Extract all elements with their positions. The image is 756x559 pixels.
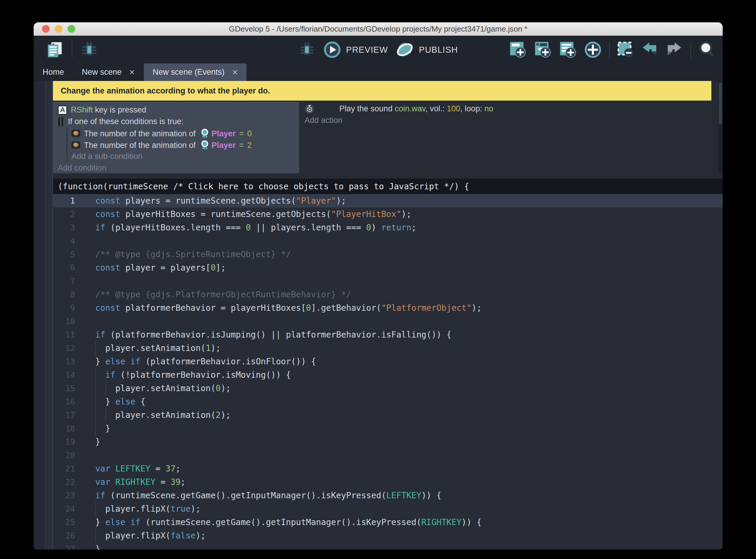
code-text: player.setAnimation(0); — [86, 383, 231, 393]
object-name: Player — [212, 141, 236, 150]
code-text: if (runtimeScene.getGame().getInputManag… — [86, 491, 441, 500]
code-text: if (platformerBehavior.isJumping() || pl… — [86, 330, 452, 340]
code-line-20[interactable]: 20 — [53, 449, 723, 462]
indent-guide — [95, 502, 96, 516]
code-line-11[interactable]: 11if (platformerBehavior.isJumping() || … — [53, 328, 723, 341]
code-line-17[interactable]: 17 player.setAnimation(2); — [53, 408, 723, 422]
remove-event-button[interactable] — [617, 41, 635, 59]
object-name: Player — [212, 129, 236, 138]
code-line-22[interactable]: 22var RIGHTKEY = 39; — [53, 475, 723, 489]
code-line-26[interactable]: 26 player.flipX(false); — [53, 529, 723, 542]
tab-close-icon[interactable]: × — [130, 68, 135, 77]
add-condition-button[interactable]: Add condition — [58, 162, 299, 174]
code-line-15[interactable]: 15 player.setAnimation(0); — [53, 382, 723, 395]
line-number: 2 — [53, 209, 86, 219]
indent-guide — [95, 529, 96, 542]
code-line-27[interactable]: 27} — [53, 542, 723, 550]
code-line-5[interactable]: 5/** @type {gdjs.SpriteRuntimeObject} */ — [53, 248, 723, 261]
line-number: 1 — [53, 196, 86, 205]
tab-new-scene[interactable]: New scene × — [73, 63, 144, 81]
add-subevent-button[interactable] — [534, 41, 552, 59]
code-text: if (!platformerBehavior.isMoving()) { — [86, 370, 291, 380]
toolbar-divider — [72, 42, 72, 58]
js-code-editor[interactable]: 1const players = runtimeScene.getObjects… — [53, 194, 723, 550]
add-event-button[interactable] — [509, 41, 527, 59]
redo-button[interactable] — [666, 41, 683, 58]
publish-button[interactable]: PUBLISH — [396, 41, 458, 58]
code-line-16[interactable]: 16 } else { — [53, 395, 723, 408]
code-line-6[interactable]: 6const player = players[0]; — [53, 261, 723, 274]
code-line-1[interactable]: 1const players = runtimeScene.getObjects… — [53, 194, 723, 207]
line-number: 15 — [53, 384, 86, 393]
code-line-25[interactable]: 25} else if (runtimeScene.getGame().getI… — [53, 516, 723, 529]
code-line-23[interactable]: 23if (runtimeScene.getGame().getInputMan… — [53, 489, 723, 502]
add-sub-condition-button[interactable]: Add a sub-condition — [71, 151, 299, 162]
line-number: 21 — [53, 464, 86, 473]
tab-new-scene-events[interactable]: New scene (Events) × — [144, 63, 247, 81]
code-line-10[interactable]: 10 — [53, 315, 723, 328]
add-comment-button[interactable] — [559, 41, 577, 59]
indent-guide — [95, 341, 96, 355]
condition-or[interactable]: If one of these conditions is true: — [58, 116, 299, 127]
code-line-14[interactable]: 14 if (!platformerBehavior.isMoving()) { — [53, 368, 723, 382]
code-text: } — [86, 544, 100, 550]
search-button[interactable] — [698, 41, 716, 59]
line-number: 23 — [53, 491, 86, 500]
code-line-8[interactable]: 8/** @type {gdjs.PlatformerObjectRuntime… — [53, 288, 723, 301]
events-sheet: Change the animation according to what t… — [33, 81, 723, 550]
tab-home[interactable]: Home — [33, 63, 73, 81]
window-title: GDevelop 5 - /Users/florian/Documents/GD… — [33, 24, 723, 33]
comment-event[interactable]: Change the animation according to what t… — [53, 81, 711, 100]
scrollbar-thumb[interactable] — [719, 83, 722, 124]
action-play-sound[interactable]: Play the sound coin.wav, vol.: 100, loop… — [304, 103, 711, 115]
line-number: 25 — [53, 518, 86, 527]
indent-guide — [95, 395, 96, 408]
sub-condition-animation-1[interactable]: The number of the animation of Player = … — [71, 139, 299, 151]
code-line-9[interactable]: 9const platformerBehavior = playerHitBox… — [53, 301, 723, 315]
code-line-21[interactable]: 21var LEFTKEY = 37; — [53, 462, 723, 475]
event-row: A RShift key is pressed If one of these … — [53, 102, 711, 173]
js-code-header[interactable]: (function(runtimeScene /* Click here to … — [53, 179, 723, 194]
add-circle-icon — [584, 41, 602, 59]
or-condition-label: If one of these conditions is true: — [68, 117, 184, 126]
line-number: 10 — [53, 317, 86, 326]
code-text: const players = runtimeScene.getObjects(… — [86, 196, 346, 206]
redo-icon — [666, 41, 683, 58]
action-text: Play the sound — [339, 104, 395, 113]
condition-key-text: key is pressed — [93, 105, 146, 114]
tab-close-icon[interactable]: × — [232, 68, 237, 77]
line-number: 16 — [53, 397, 86, 406]
project-manager-button[interactable] — [46, 41, 64, 58]
code-line-2[interactable]: 2const playerHitBoxes = runtimeScene.get… — [53, 207, 723, 221]
debug-preview-button[interactable] — [299, 41, 315, 58]
code-line-12[interactable]: 12 player.setAnimation(1); — [53, 341, 723, 355]
line-number: 22 — [53, 477, 86, 487]
line-number: 3 — [53, 223, 86, 232]
sub-condition-text: The number of the animation of — [84, 141, 198, 150]
code-line-4[interactable]: 4 — [53, 234, 723, 248]
events-gutter-handles — [46, 81, 53, 550]
code-line-3[interactable]: 3if (playerHitBoxes.length === 0 || play… — [53, 221, 723, 234]
code-text: player.flipX(false); — [86, 531, 206, 540]
add-action-button[interactable]: Add action — [304, 115, 711, 126]
undo-button[interactable] — [642, 41, 659, 58]
line-number: 27 — [53, 544, 86, 550]
preview-button[interactable]: PREVIEW — [323, 41, 388, 58]
code-line-19[interactable]: 19} — [53, 435, 723, 449]
sound-loop: no — [484, 104, 493, 113]
code-line-18[interactable]: 18 } — [53, 422, 723, 435]
or-condition-icon — [58, 117, 63, 126]
debugger-button[interactable] — [80, 41, 98, 59]
preview-label: PREVIEW — [346, 45, 388, 55]
condition-key-pressed[interactable]: A RShift key is pressed — [58, 104, 299, 116]
code-text: if (playerHitBoxes.length === 0 || playe… — [86, 223, 416, 232]
add-event-choose-button[interactable] — [584, 41, 602, 59]
condition-key-value: RShift — [71, 105, 93, 114]
line-number: 24 — [53, 504, 86, 513]
search-icon — [698, 41, 716, 59]
code-line-13[interactable]: 13} else if (platformerBehavior.isOnFloo… — [53, 355, 723, 368]
sub-condition-animation-0[interactable]: The number of the animation of Player = … — [71, 127, 299, 139]
code-line-7[interactable]: 7 — [53, 274, 723, 288]
code-line-24[interactable]: 24 player.flipX(true); — [53, 502, 723, 516]
events-scrollbar[interactable] — [718, 81, 723, 173]
